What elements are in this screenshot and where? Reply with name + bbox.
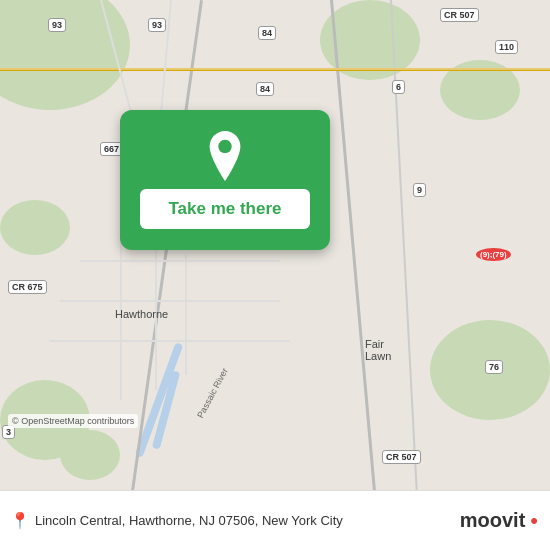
road [390,0,421,490]
svg-point-0 [218,140,231,153]
map-view: 93 93 84 84 667 6 9 CR 507 110 (9);(79) … [0,0,550,490]
street [155,250,157,390]
take-me-there-button[interactable]: Take me there [140,189,309,229]
route-badge-110: 110 [495,40,518,54]
route-badge-93: 93 [48,18,66,32]
city-label-hawthorne: Hawthorne [115,308,168,320]
street [80,260,280,262]
street [60,300,280,302]
route-badge-cr507b: CR 507 [382,450,421,464]
location-pin-icon [203,131,247,181]
info-bar: 📍 Lincoln Central, Hawthorne, NJ 07506, … [0,490,550,550]
green-area [60,430,120,480]
green-area [0,200,70,255]
route-badge-84: 84 [258,26,276,40]
moovit-logo: moovit • [460,508,538,534]
route-overlay: Take me there [120,110,330,250]
river-label: Passaic River [195,366,230,419]
brand-name: moovit [460,509,526,532]
location-label: Lincoln Central, Hawthorne, NJ 07506, Ne… [35,513,343,528]
route-badge-cr675: CR 675 [8,280,47,294]
city-label-fairlawn: FairLawn [365,338,391,362]
route-badge-9: 9 [413,183,426,197]
street [120,240,122,400]
location-info: 📍 Lincoln Central, Hawthorne, NJ 07506, … [10,511,343,530]
route-badge-6: 6 [392,80,405,94]
brand-dot: • [530,508,538,534]
route-badge-cr507: CR 507 [440,8,479,22]
location-pin-icon: 📍 [10,511,30,530]
street [185,255,187,375]
route-badge-9-79: (9);(79) [476,248,511,261]
street [50,340,290,342]
route-badge-76: 76 [485,360,503,374]
route-badge-84b: 84 [256,82,274,96]
osm-credit: © OpenStreetMap contributors [8,414,138,428]
green-area [0,0,130,110]
route84-border [0,70,550,71]
route-badge-93b: 93 [148,18,166,32]
